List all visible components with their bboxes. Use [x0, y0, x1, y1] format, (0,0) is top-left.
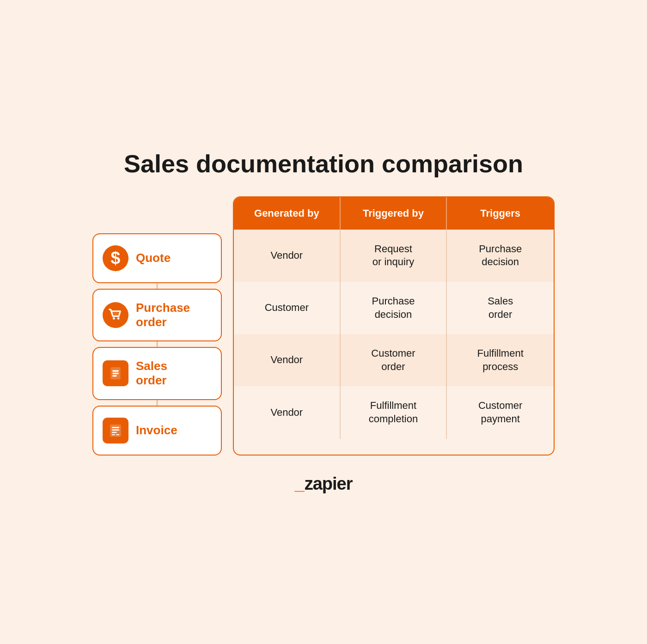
- dollar-icon: $: [103, 245, 128, 271]
- table-row: Vendor Fulfillmentcompletion Customerpay…: [234, 386, 554, 438]
- page-container: Sales documentation comparison $ Quote: [92, 150, 555, 493]
- cell-quote-generated-by: Vendor: [234, 230, 341, 282]
- row-labels: $ Quote Purchaseorder: [92, 196, 222, 456]
- svg-rect-8: [112, 427, 119, 428]
- svg-rect-11: [112, 434, 115, 435]
- svg-text:$: $: [111, 248, 121, 267]
- svg-point-2: [117, 317, 120, 320]
- cell-so-triggers: Fulfillmentprocess: [447, 334, 554, 386]
- zapier-logo: _ zapier: [295, 474, 353, 494]
- table-row: Vendor Requestor inquiry Purchasedecisio…: [234, 230, 554, 282]
- header-generated-by: Generated by: [234, 197, 341, 230]
- svg-rect-5: [112, 373, 118, 374]
- cell-inv-generated-by: Vendor: [234, 386, 341, 438]
- document-list-icon: [103, 360, 128, 386]
- row-label-invoice: Invoice: [136, 423, 177, 437]
- cell-po-triggered-by: Purchasedecision: [341, 282, 447, 334]
- zapier-brand: zapier: [305, 474, 353, 494]
- svg-rect-4: [112, 371, 118, 372]
- table-section: $ Quote Purchaseorder: [92, 196, 555, 456]
- cell-quote-triggers: Purchasedecision: [447, 230, 554, 282]
- header-triggers: Triggers: [447, 197, 554, 230]
- cell-inv-triggers: Customerpayment: [447, 386, 554, 438]
- cell-po-generated-by: Customer: [234, 282, 341, 334]
- table-row: Customer Purchasedecision Salesorder: [234, 282, 554, 334]
- list-item: Invoice: [92, 406, 222, 456]
- table-row: Vendor Customerorder Fulfillmentprocess: [234, 334, 554, 386]
- zapier-dash: _: [295, 474, 305, 494]
- row-label-purchase-order: Purchaseorder: [136, 301, 190, 329]
- list-item: Salesorder: [92, 347, 222, 400]
- svg-rect-9: [112, 429, 119, 431]
- list-item: $ Quote: [92, 233, 222, 283]
- list-item: Purchaseorder: [92, 289, 222, 341]
- header-triggered-by: Triggered by: [341, 197, 447, 230]
- data-table: Generated by Triggered by Triggers Vendo…: [233, 196, 555, 456]
- table-header: Generated by Triggered by Triggers: [234, 197, 554, 230]
- cell-quote-triggered-by: Requestor inquiry: [341, 230, 447, 282]
- table-body: Vendor Requestor inquiry Purchasedecisio…: [234, 230, 554, 439]
- page-title: Sales documentation comparison: [124, 150, 523, 177]
- svg-rect-10: [112, 431, 117, 433]
- cart-icon: [103, 302, 128, 328]
- row-label-sales-order: Salesorder: [136, 359, 167, 388]
- row-label-quote: Quote: [136, 251, 171, 265]
- cell-so-generated-by: Vendor: [234, 334, 341, 386]
- cell-po-triggers: Salesorder: [447, 282, 554, 334]
- svg-rect-12: [116, 434, 119, 435]
- cell-so-triggered-by: Customerorder: [341, 334, 447, 386]
- svg-point-1: [113, 317, 115, 320]
- cell-inv-triggered-by: Fulfillmentcompletion: [341, 386, 447, 438]
- svg-rect-6: [112, 375, 116, 377]
- invoice-icon: [103, 418, 128, 444]
